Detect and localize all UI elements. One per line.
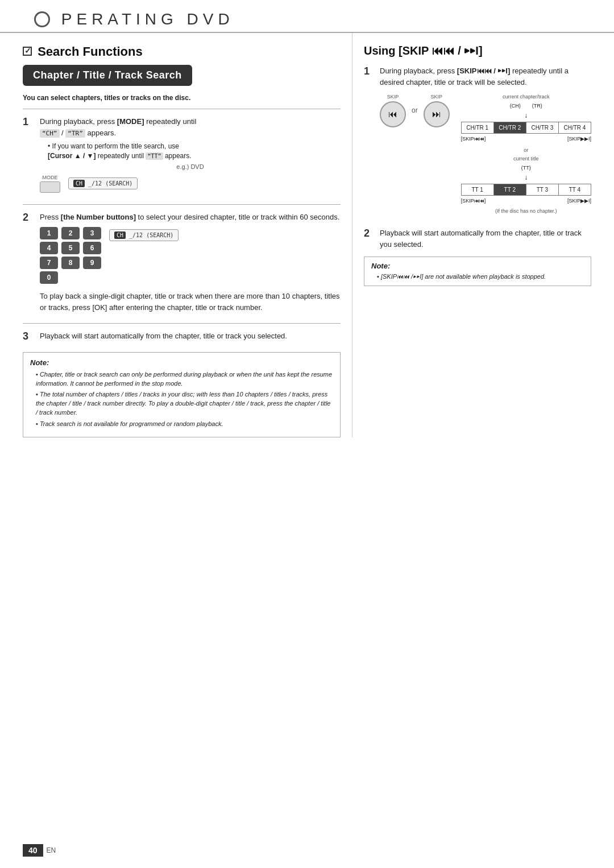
right-step-2-text: Playback will start automatically from t… — [380, 228, 591, 250]
track-chapter-diagram: current chapter/track (CH)(TR) ↓ CH/TR 1… — [461, 93, 591, 215]
num-btn-9: 9 — [83, 257, 101, 269]
num-btn-0: 0 — [40, 271, 58, 284]
ch-tr-labels: (CH)(TR) — [461, 102, 591, 110]
num-btn-6: 6 — [83, 242, 101, 254]
right-step-1-text: During playback, press [SKIP⏮⏮ / ▶▶I] re… — [380, 65, 591, 88]
num-btn-4: 4 — [40, 242, 58, 254]
disc-note: (If the disc has no chapter.) — [461, 208, 591, 216]
right-column: Using [SKIP ⏮⏮ / ▶▶I] 1 During playback,… — [364, 33, 591, 437]
right-note-title: Note: — [371, 262, 584, 270]
tt-bracket-labels: [SKIP⏮⏮] [SKIP▶▶I] — [461, 197, 591, 205]
ch-tr-1: CH/TR 1 — [461, 122, 493, 134]
tt-label: (TT) — [461, 164, 591, 172]
screen-display-2: CH _/12 (SEARCH) — [109, 229, 179, 241]
left-note-bullet-2: The total number of chapters / titles / … — [30, 390, 333, 418]
mode-btn-icon — [40, 181, 60, 193]
left-note-box: Note: Chapter, title or track search can… — [23, 352, 341, 438]
skip-buttons-row: SKIP ⏮ or SKIP ⏭ — [380, 93, 450, 127]
divider — [23, 109, 341, 109]
step-3-number: 3 — [23, 330, 34, 342]
right-section-title: Using [SKIP ⏮⏮ / ▶▶I] — [364, 44, 591, 57]
step-2-illustration: 1 2 3 4 5 6 7 8 9 — [40, 227, 341, 286]
screen-text-1: _/12 (SEARCH) — [88, 180, 132, 187]
left-note-title: Note: — [30, 358, 333, 367]
ch-tr-2-highlight: CH/TR 2 — [493, 122, 526, 134]
step-2-content: Press [the Number buttons] to select you… — [40, 212, 341, 317]
step-2-note-text: To play back a single-digit chapter, tit… — [40, 291, 341, 313]
num-btn-3: 3 — [83, 227, 101, 239]
skip-left-box: SKIP ⏮ — [380, 93, 406, 127]
step-1-sub1: If you want to perform the title search,… — [40, 142, 341, 161]
right-step-1-number: 1 — [364, 65, 374, 77]
current-chapter-label: current chapter/track — [461, 93, 591, 101]
step-3-text: Playback will start automatically from t… — [40, 330, 341, 342]
step-2-number: 2 — [23, 212, 34, 224]
num-btn-7: 7 — [40, 257, 58, 269]
or-text: or — [412, 105, 418, 115]
step-2-text: Press [the Number buttons] to select you… — [40, 212, 341, 223]
right-step-2: 2 Playback will start automatically from… — [364, 228, 591, 250]
num-btn-2: 2 — [61, 227, 80, 239]
down-arrow-ch: ↓ — [461, 110, 591, 121]
banner-text: Chapter / Title / Track Search — [33, 69, 182, 81]
num-btn-8: 8 — [61, 257, 80, 269]
skip-diagram-area: SKIP ⏮ or SKIP ⏭ cur — [380, 93, 591, 215]
ch-tr-3: CH/TR 3 — [526, 122, 558, 134]
o-circle-icon — [34, 11, 50, 27]
mode-label: MODE — [43, 175, 58, 180]
tt-table: TT 1 TT 2 TT 3 TT 4 — [461, 184, 591, 196]
page-lang: EN — [47, 846, 56, 854]
num-row-2: 4 5 6 — [40, 242, 101, 254]
step-1-content: During playback, press [MODE] repeatedly… — [40, 116, 341, 197]
screen-text-2: _/12 (SEARCH) — [129, 232, 173, 238]
ch-tr-table: CH/TR 1 CH/TR 2 CH/TR 3 CH/TR 4 — [461, 122, 591, 134]
skip-left-label: SKIP — [387, 93, 399, 101]
left-column: Search Functions Chapter / Title / Track… — [23, 33, 352, 437]
step-3-content: Playback will start automatically from t… — [40, 330, 341, 345]
tt-1: TT 1 — [461, 184, 493, 196]
or-label: or — [461, 147, 591, 155]
skip-bracket-labels: [SKIP⏮⏮] [SKIP▶▶I] — [461, 135, 591, 143]
screen-display-1: CH _/12 (SEARCH) — [68, 177, 138, 189]
checkbox-icon — [23, 47, 32, 56]
search-banner: Chapter / Title / Track Search — [23, 65, 192, 86]
down-arrow-tt: ↓ — [461, 172, 591, 183]
right-note-bullet: [SKIP⏮⏮ /▶▶I] are not available when pla… — [371, 272, 584, 281]
step-1-text: During playback, press [MODE] repeatedly… — [40, 116, 341, 138]
main-content: Search Functions Chapter / Title / Track… — [0, 33, 614, 437]
step-2: 2 Press [the Number buttons] to select y… — [23, 212, 341, 317]
divider-3 — [23, 323, 341, 324]
ch-tr-4: CH/TR 4 — [558, 122, 591, 134]
page-footer: 40 EN — [23, 844, 56, 857]
page-number: 40 — [23, 844, 43, 857]
skip-right-box: SKIP ⏭ — [424, 93, 450, 127]
step-3: 3 Playback will start automatically from… — [23, 330, 341, 345]
left-note-bullet-1: Chapter, title or track search can only … — [30, 370, 333, 388]
header-title: PERATING DVD — [34, 10, 234, 28]
section-title: Search Functions — [23, 44, 341, 59]
eg-label: e.g.) DVD — [40, 163, 341, 170]
tt-2-highlight: TT 2 — [493, 184, 526, 196]
num-row-1: 1 2 3 — [40, 227, 101, 239]
subtitle-text: You can select chapters, titles or track… — [23, 94, 190, 102]
divider-2 — [23, 204, 341, 205]
number-buttons-grid: 1 2 3 4 5 6 7 8 9 — [40, 227, 101, 286]
skip-left-btn: ⏮ — [380, 101, 406, 127]
header-title-text: PERATING DVD — [61, 10, 234, 28]
right-step-2-number: 2 — [364, 228, 374, 239]
section-subtitle: You can select chapters, titles or track… — [23, 94, 341, 102]
skip-right-btn: ⏭ — [424, 101, 450, 127]
num-btn-5: 5 — [61, 242, 80, 254]
skip-right-label: SKIP — [430, 93, 442, 101]
step-1-illustration: MODE CH _/12 (SEARCH) — [40, 175, 341, 193]
tt-4: TT 4 — [558, 184, 591, 196]
num-row-3: 7 8 9 — [40, 257, 101, 269]
skip-buttons-illustration: SKIP ⏮ or SKIP ⏭ — [380, 93, 450, 127]
right-note-box: Note: [SKIP⏮⏮ /▶▶I] are not available wh… — [364, 257, 591, 286]
screen-highlight: CH — [73, 180, 85, 187]
step-1: 1 During playback, press [MODE] repeated… — [23, 116, 341, 197]
tt-3: TT 3 — [526, 184, 558, 196]
current-title-label: current title — [461, 155, 591, 163]
left-note-bullet-3: Track search is not available for progra… — [30, 420, 333, 429]
right-step-1: 1 During playback, press [SKIP⏮⏮ / ▶▶I] … — [364, 65, 591, 221]
